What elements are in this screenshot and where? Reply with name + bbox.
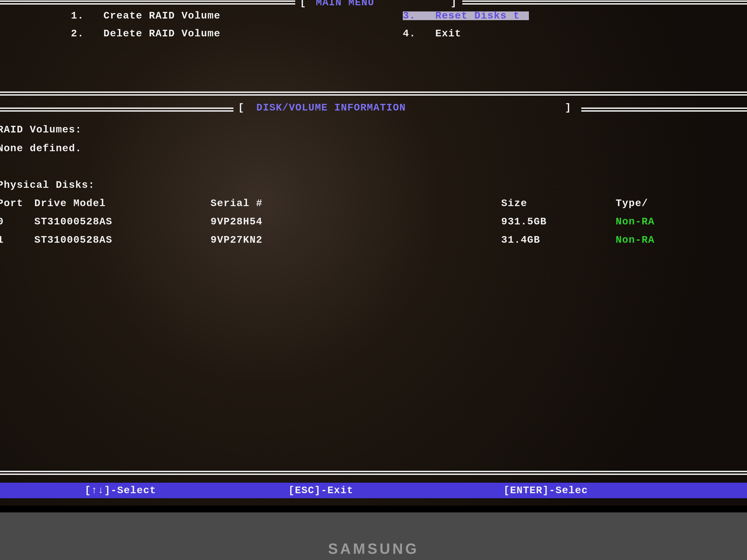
cell-serial: 9VP28H54 [210,217,262,226]
cell-port: 1 [0,236,4,244]
menu-item-label: Reset Disks t [435,11,520,20]
main-menu-title: MAIN MENU [316,0,375,7]
disk-info-bracket-close: ] [559,103,571,112]
cell-model: ST31000528AS [34,236,112,244]
cell-type: Non-RA [616,217,654,226]
main-menu-bottom-rule [0,91,747,96]
menu-item-num: 4. [403,29,416,38]
main-menu-bracket-close: ] [444,0,457,7]
raid-volumes-heading: RAID Volumes: [0,125,82,134]
col-size: Size [501,199,527,208]
col-model: Drive Model [34,199,106,208]
monitor-bezel: SAMSUNG [0,506,747,560]
cell-serial: 9VP27KN2 [210,236,262,244]
disk-info-bracket-open: [ [238,103,251,112]
menu-item-label: Exit [435,29,461,38]
cell-port: 0 [0,217,4,226]
cell-size: 931.5GB [501,217,547,226]
menu-item-num: 2. [71,29,84,38]
col-type: Type/ [616,199,648,208]
footer-hint-enter: [ENTER]-Selec [504,485,588,496]
disk-info-rule-right [581,108,747,112]
cell-model: ST31000528AS [34,217,112,226]
top-rule-left [0,0,295,5]
main-menu-bracket-open: [ [300,0,313,7]
cell-size: 31.4GB [501,236,540,244]
menu-item-reset-selected[interactable]: 3. Reset Disks t [403,11,529,20]
disk-info-bottom-rule [0,471,747,475]
footer-hint-exit: [ESC]-Exit [288,485,353,496]
menu-item-num: 1. [71,11,84,20]
bios-screen: [ MAIN MENU ] 1. Create RAID Volume 2. D… [0,0,747,506]
top-rule-right [462,0,747,5]
col-port: Port [0,199,23,208]
disk-info-rule-left [0,108,233,112]
disk-info-title: DISK/VOLUME INFORMATION [256,103,406,112]
menu-item-label: Delete RAID Volume [103,29,221,38]
menu-item-num: 3. [403,11,416,20]
physical-disks-heading: Physical Disks: [0,181,95,189]
menu-item-create[interactable]: 1. Create RAID Volume [71,11,221,20]
menu-item-exit[interactable]: 4. Exit [403,29,461,38]
col-serial: Serial # [210,199,262,208]
cell-type: Non-RA [616,236,654,244]
menu-item-label: Create RAID Volume [103,11,221,20]
footer-hint-select: [↑↓]-Select [85,485,156,496]
menu-item-delete[interactable]: 2. Delete RAID Volume [71,29,221,38]
raid-volumes-status: None defined. [0,144,82,153]
monitor-brand: SAMSUNG [328,540,419,557]
footer-bar: [↑↓]-Select [ESC]-Exit [ENTER]-Selec [0,483,747,498]
